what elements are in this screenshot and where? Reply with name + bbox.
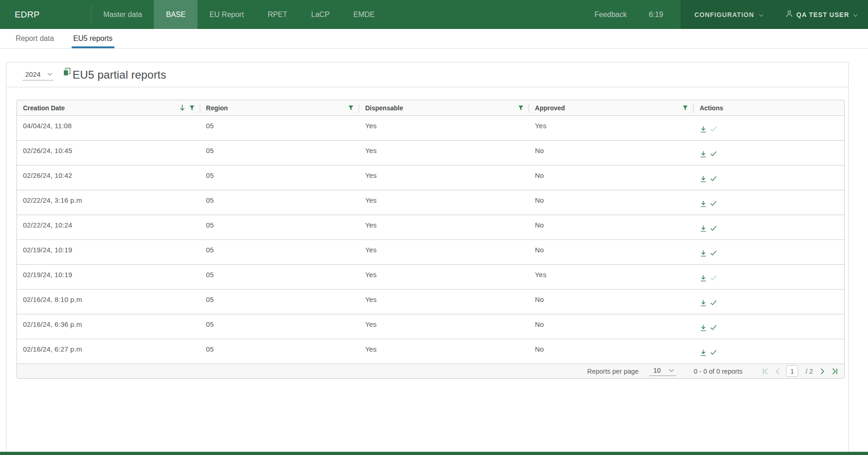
table-row: 02/22/24, 10:24 05 Yes No bbox=[17, 215, 844, 240]
cell-creation-date: 02/16/24, 6:36 p.m bbox=[17, 314, 200, 339]
reports-per-page-value: 10 bbox=[653, 367, 660, 374]
approve-icon[interactable] bbox=[710, 151, 717, 157]
page-title: EU5 partial reports bbox=[73, 68, 166, 81]
cell-actions bbox=[693, 339, 844, 364]
tab-bar: Report data EU5 reports bbox=[0, 29, 868, 49]
card-header: 2024 EU5 partial reports bbox=[6, 63, 848, 87]
last-page-button[interactable] bbox=[831, 368, 838, 375]
table-footer: Reports per page 10 0 - 0 of 0 reports 1… bbox=[17, 364, 844, 378]
cell-region: 05 bbox=[200, 240, 360, 264]
configuration-menu[interactable]: CONFIGURATION bbox=[694, 11, 754, 18]
filter-icon[interactable] bbox=[518, 105, 524, 111]
sort-descending-icon[interactable] bbox=[180, 104, 185, 111]
cell-creation-date: 02/26/24, 10:45 bbox=[17, 141, 200, 165]
next-page-button[interactable] bbox=[820, 368, 825, 375]
approve-icon[interactable] bbox=[710, 200, 717, 206]
app-brand[interactable]: EDRP bbox=[0, 0, 91, 29]
approve-icon[interactable] bbox=[710, 275, 717, 281]
cell-approved: Yes bbox=[529, 265, 694, 289]
column-header-approved[interactable]: Approved bbox=[529, 100, 694, 115]
column-header-dispensable[interactable]: Dispensable bbox=[359, 100, 529, 115]
filter-icon[interactable] bbox=[189, 105, 195, 111]
approve-icon[interactable] bbox=[710, 349, 717, 355]
cell-creation-date: 02/16/24, 6:27 p.m bbox=[17, 339, 200, 364]
table-row: 02/19/24, 10:19 05 Yes Yes bbox=[17, 265, 844, 290]
topnav-item-rpet[interactable]: RPET bbox=[256, 0, 299, 29]
download-report-icon[interactable] bbox=[700, 250, 707, 257]
download-report-icon[interactable] bbox=[700, 324, 707, 331]
filter-icon[interactable] bbox=[348, 105, 354, 111]
reports-per-page-label: Reports per page bbox=[587, 368, 638, 375]
title-group: EU5 partial reports bbox=[63, 68, 166, 81]
user-menu[interactable]: QA TEST USER bbox=[786, 10, 858, 19]
download-report-icon[interactable] bbox=[700, 300, 707, 307]
cell-region: 05 bbox=[200, 290, 360, 314]
chevron-down-icon bbox=[669, 369, 674, 372]
cell-actions bbox=[693, 141, 844, 165]
table-row: 02/16/24, 8:10 p.m 05 Yes No bbox=[17, 290, 844, 314]
session-timer: 6:19 bbox=[640, 0, 672, 29]
approve-icon[interactable] bbox=[710, 225, 717, 231]
cell-region: 05 bbox=[200, 215, 360, 239]
cell-dispensable: Yes bbox=[359, 339, 529, 364]
header-icons bbox=[348, 105, 354, 111]
feedback-link[interactable]: Feedback bbox=[590, 0, 639, 29]
filter-icon[interactable] bbox=[682, 105, 688, 111]
download-report-icon[interactable] bbox=[700, 126, 707, 133]
cell-region: 05 bbox=[200, 190, 360, 215]
download-report-icon[interactable] bbox=[700, 151, 707, 158]
download-report-icon[interactable] bbox=[700, 200, 707, 207]
configuration-section: CONFIGURATION QA TEST USER bbox=[681, 0, 868, 29]
approve-icon[interactable] bbox=[710, 176, 717, 182]
bottom-bar bbox=[0, 452, 868, 455]
previous-page-button[interactable] bbox=[775, 368, 780, 375]
cell-actions bbox=[693, 290, 844, 314]
topnav-item-emde[interactable]: EMDE bbox=[342, 0, 387, 29]
cell-dispensable: Yes bbox=[359, 215, 529, 239]
column-label: Approved bbox=[535, 104, 565, 112]
tab-report-data[interactable]: Report data bbox=[14, 29, 56, 48]
year-select[interactable]: 2024 bbox=[23, 69, 53, 80]
cell-creation-date: 02/16/24, 8:10 p.m bbox=[17, 290, 200, 314]
cell-creation-date: 02/26/24, 10:42 bbox=[17, 165, 200, 190]
download-report-icon[interactable] bbox=[700, 176, 707, 182]
topnav-item-master-data[interactable]: Master data bbox=[91, 0, 154, 29]
table-row: 02/16/24, 6:27 p.m 05 Yes No bbox=[17, 339, 844, 364]
topnav-items: Master dataBASEEU ReportRPETLaCPEMDE bbox=[91, 0, 387, 29]
approve-icon[interactable] bbox=[710, 324, 717, 330]
download-report-icon[interactable] bbox=[700, 225, 707, 232]
tab-eu5-reports[interactable]: EU5 reports bbox=[72, 29, 114, 48]
column-header-actions: Actions bbox=[693, 100, 844, 115]
topnav-item-base[interactable]: BASE bbox=[154, 0, 197, 29]
table-row: 02/22/24, 3:16 p.m 05 Yes No bbox=[17, 190, 844, 215]
column-header-creation-date[interactable]: Creation Date bbox=[17, 100, 200, 115]
header-icons bbox=[682, 105, 688, 111]
user-icon bbox=[786, 10, 793, 19]
topnav-item-lacp[interactable]: LaCP bbox=[299, 0, 342, 29]
first-page-button[interactable] bbox=[762, 368, 769, 375]
cell-actions bbox=[693, 116, 844, 140]
reports-per-page-select[interactable]: 10 bbox=[649, 367, 676, 376]
download-report-icon[interactable] bbox=[700, 349, 707, 356]
cell-dispensable: Yes bbox=[359, 141, 529, 165]
approve-icon[interactable] bbox=[710, 250, 717, 256]
table-header-row: Creation Date Region bbox=[17, 100, 844, 116]
approve-icon[interactable] bbox=[710, 300, 717, 306]
column-label: Region bbox=[206, 104, 228, 112]
column-header-region[interactable]: Region bbox=[200, 100, 360, 115]
topnav-item-eu-report[interactable]: EU Report bbox=[197, 0, 256, 29]
download-report-icon[interactable] bbox=[700, 275, 707, 282]
user-name: QA TEST USER bbox=[796, 11, 849, 18]
cell-approved: No bbox=[529, 290, 694, 314]
approve-icon[interactable] bbox=[710, 126, 717, 132]
column-label: Dispensable bbox=[365, 104, 403, 112]
eu5-reports-card: 2024 EU5 partial reports Creation Date bbox=[6, 62, 849, 454]
cell-creation-date: 02/19/24, 10:19 bbox=[17, 265, 200, 289]
cell-approved: No bbox=[529, 165, 694, 190]
cell-region: 05 bbox=[200, 116, 360, 140]
topnav-right: Feedback 6:19 CONFIGURATION QA TEST USER bbox=[590, 0, 868, 29]
cell-region: 05 bbox=[200, 141, 360, 165]
top-navbar: EDRP Master dataBASEEU ReportRPETLaCPEMD… bbox=[0, 0, 868, 29]
current-page-input[interactable]: 1 bbox=[786, 365, 798, 377]
cell-dispensable: Yes bbox=[359, 240, 529, 264]
